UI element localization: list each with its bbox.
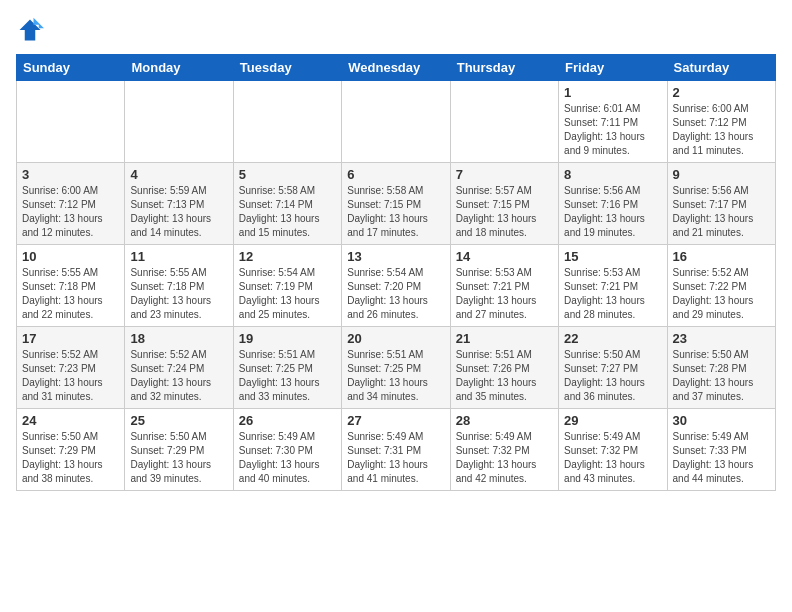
day-number: 11	[130, 249, 227, 264]
day-number: 20	[347, 331, 444, 346]
day-info: Sunrise: 5:49 AM Sunset: 7:32 PM Dayligh…	[456, 430, 553, 486]
calendar: SundayMondayTuesdayWednesdayThursdayFrid…	[16, 54, 776, 491]
day-number: 23	[673, 331, 770, 346]
calendar-cell	[233, 81, 341, 163]
day-number: 4	[130, 167, 227, 182]
day-number: 26	[239, 413, 336, 428]
calendar-cell: 28Sunrise: 5:49 AM Sunset: 7:32 PM Dayli…	[450, 409, 558, 491]
day-number: 25	[130, 413, 227, 428]
week-row-3: 10Sunrise: 5:55 AM Sunset: 7:18 PM Dayli…	[17, 245, 776, 327]
day-info: Sunrise: 5:51 AM Sunset: 7:26 PM Dayligh…	[456, 348, 553, 404]
calendar-cell: 30Sunrise: 5:49 AM Sunset: 7:33 PM Dayli…	[667, 409, 775, 491]
day-number: 14	[456, 249, 553, 264]
calendar-cell: 11Sunrise: 5:55 AM Sunset: 7:18 PM Dayli…	[125, 245, 233, 327]
calendar-cell: 17Sunrise: 5:52 AM Sunset: 7:23 PM Dayli…	[17, 327, 125, 409]
calendar-cell: 13Sunrise: 5:54 AM Sunset: 7:20 PM Dayli…	[342, 245, 450, 327]
day-number: 1	[564, 85, 661, 100]
day-info: Sunrise: 5:53 AM Sunset: 7:21 PM Dayligh…	[456, 266, 553, 322]
calendar-cell: 3Sunrise: 6:00 AM Sunset: 7:12 PM Daylig…	[17, 163, 125, 245]
calendar-cell: 12Sunrise: 5:54 AM Sunset: 7:19 PM Dayli…	[233, 245, 341, 327]
weekday-header-monday: Monday	[125, 55, 233, 81]
weekday-header-tuesday: Tuesday	[233, 55, 341, 81]
day-info: Sunrise: 5:56 AM Sunset: 7:16 PM Dayligh…	[564, 184, 661, 240]
day-number: 7	[456, 167, 553, 182]
day-info: Sunrise: 5:51 AM Sunset: 7:25 PM Dayligh…	[239, 348, 336, 404]
day-info: Sunrise: 5:49 AM Sunset: 7:33 PM Dayligh…	[673, 430, 770, 486]
day-number: 24	[22, 413, 119, 428]
calendar-cell	[125, 81, 233, 163]
day-info: Sunrise: 5:58 AM Sunset: 7:15 PM Dayligh…	[347, 184, 444, 240]
day-number: 29	[564, 413, 661, 428]
calendar-cell: 1Sunrise: 6:01 AM Sunset: 7:11 PM Daylig…	[559, 81, 667, 163]
day-number: 27	[347, 413, 444, 428]
day-number: 2	[673, 85, 770, 100]
day-number: 18	[130, 331, 227, 346]
calendar-cell: 22Sunrise: 5:50 AM Sunset: 7:27 PM Dayli…	[559, 327, 667, 409]
header	[16, 16, 776, 44]
day-info: Sunrise: 5:59 AM Sunset: 7:13 PM Dayligh…	[130, 184, 227, 240]
weekday-header-wednesday: Wednesday	[342, 55, 450, 81]
day-info: Sunrise: 5:53 AM Sunset: 7:21 PM Dayligh…	[564, 266, 661, 322]
day-info: Sunrise: 5:54 AM Sunset: 7:19 PM Dayligh…	[239, 266, 336, 322]
calendar-cell: 6Sunrise: 5:58 AM Sunset: 7:15 PM Daylig…	[342, 163, 450, 245]
calendar-cell: 19Sunrise: 5:51 AM Sunset: 7:25 PM Dayli…	[233, 327, 341, 409]
day-number: 8	[564, 167, 661, 182]
logo	[16, 16, 48, 44]
calendar-cell: 29Sunrise: 5:49 AM Sunset: 7:32 PM Dayli…	[559, 409, 667, 491]
day-number: 12	[239, 249, 336, 264]
calendar-cell: 15Sunrise: 5:53 AM Sunset: 7:21 PM Dayli…	[559, 245, 667, 327]
weekday-header-saturday: Saturday	[667, 55, 775, 81]
day-number: 28	[456, 413, 553, 428]
day-info: Sunrise: 5:51 AM Sunset: 7:25 PM Dayligh…	[347, 348, 444, 404]
calendar-cell: 25Sunrise: 5:50 AM Sunset: 7:29 PM Dayli…	[125, 409, 233, 491]
day-info: Sunrise: 5:58 AM Sunset: 7:14 PM Dayligh…	[239, 184, 336, 240]
day-info: Sunrise: 5:52 AM Sunset: 7:22 PM Dayligh…	[673, 266, 770, 322]
page: SundayMondayTuesdayWednesdayThursdayFrid…	[0, 0, 792, 499]
day-number: 10	[22, 249, 119, 264]
weekday-header-sunday: Sunday	[17, 55, 125, 81]
calendar-cell: 20Sunrise: 5:51 AM Sunset: 7:25 PM Dayli…	[342, 327, 450, 409]
day-info: Sunrise: 5:55 AM Sunset: 7:18 PM Dayligh…	[22, 266, 119, 322]
calendar-cell: 5Sunrise: 5:58 AM Sunset: 7:14 PM Daylig…	[233, 163, 341, 245]
day-number: 21	[456, 331, 553, 346]
day-info: Sunrise: 5:50 AM Sunset: 7:28 PM Dayligh…	[673, 348, 770, 404]
day-info: Sunrise: 5:55 AM Sunset: 7:18 PM Dayligh…	[130, 266, 227, 322]
day-info: Sunrise: 5:54 AM Sunset: 7:20 PM Dayligh…	[347, 266, 444, 322]
week-row-2: 3Sunrise: 6:00 AM Sunset: 7:12 PM Daylig…	[17, 163, 776, 245]
day-number: 3	[22, 167, 119, 182]
day-number: 13	[347, 249, 444, 264]
calendar-cell: 9Sunrise: 5:56 AM Sunset: 7:17 PM Daylig…	[667, 163, 775, 245]
day-info: Sunrise: 5:52 AM Sunset: 7:24 PM Dayligh…	[130, 348, 227, 404]
week-row-4: 17Sunrise: 5:52 AM Sunset: 7:23 PM Dayli…	[17, 327, 776, 409]
calendar-cell	[450, 81, 558, 163]
day-info: Sunrise: 5:50 AM Sunset: 7:29 PM Dayligh…	[22, 430, 119, 486]
week-row-5: 24Sunrise: 5:50 AM Sunset: 7:29 PM Dayli…	[17, 409, 776, 491]
calendar-cell	[17, 81, 125, 163]
calendar-cell: 18Sunrise: 5:52 AM Sunset: 7:24 PM Dayli…	[125, 327, 233, 409]
weekday-header-row: SundayMondayTuesdayWednesdayThursdayFrid…	[17, 55, 776, 81]
day-number: 16	[673, 249, 770, 264]
day-info: Sunrise: 5:57 AM Sunset: 7:15 PM Dayligh…	[456, 184, 553, 240]
day-info: Sunrise: 5:49 AM Sunset: 7:32 PM Dayligh…	[564, 430, 661, 486]
day-info: Sunrise: 6:01 AM Sunset: 7:11 PM Dayligh…	[564, 102, 661, 158]
day-number: 17	[22, 331, 119, 346]
day-info: Sunrise: 6:00 AM Sunset: 7:12 PM Dayligh…	[22, 184, 119, 240]
day-info: Sunrise: 5:56 AM Sunset: 7:17 PM Dayligh…	[673, 184, 770, 240]
calendar-cell: 26Sunrise: 5:49 AM Sunset: 7:30 PM Dayli…	[233, 409, 341, 491]
day-info: Sunrise: 5:50 AM Sunset: 7:27 PM Dayligh…	[564, 348, 661, 404]
calendar-cell: 2Sunrise: 6:00 AM Sunset: 7:12 PM Daylig…	[667, 81, 775, 163]
day-info: Sunrise: 6:00 AM Sunset: 7:12 PM Dayligh…	[673, 102, 770, 158]
weekday-header-thursday: Thursday	[450, 55, 558, 81]
week-row-1: 1Sunrise: 6:01 AM Sunset: 7:11 PM Daylig…	[17, 81, 776, 163]
calendar-cell: 27Sunrise: 5:49 AM Sunset: 7:31 PM Dayli…	[342, 409, 450, 491]
calendar-cell: 10Sunrise: 5:55 AM Sunset: 7:18 PM Dayli…	[17, 245, 125, 327]
calendar-cell: 4Sunrise: 5:59 AM Sunset: 7:13 PM Daylig…	[125, 163, 233, 245]
day-number: 30	[673, 413, 770, 428]
day-number: 5	[239, 167, 336, 182]
calendar-cell: 24Sunrise: 5:50 AM Sunset: 7:29 PM Dayli…	[17, 409, 125, 491]
weekday-header-friday: Friday	[559, 55, 667, 81]
calendar-cell: 7Sunrise: 5:57 AM Sunset: 7:15 PM Daylig…	[450, 163, 558, 245]
day-info: Sunrise: 5:49 AM Sunset: 7:30 PM Dayligh…	[239, 430, 336, 486]
day-info: Sunrise: 5:52 AM Sunset: 7:23 PM Dayligh…	[22, 348, 119, 404]
calendar-cell: 14Sunrise: 5:53 AM Sunset: 7:21 PM Dayli…	[450, 245, 558, 327]
